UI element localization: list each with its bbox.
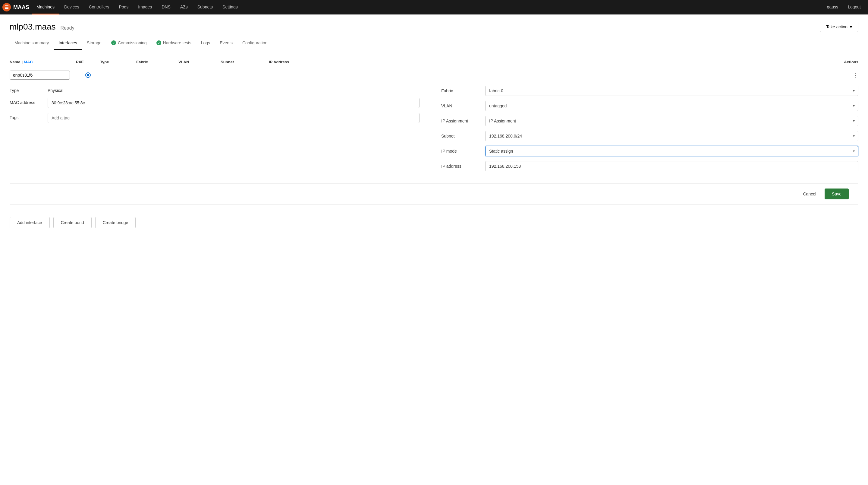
- pxe-radio-button[interactable]: [85, 73, 91, 78]
- table-header: Name | MAC PXE Type Fabric VLAN Subnet I…: [10, 57, 858, 67]
- fabric-select[interactable]: fabric-0: [485, 86, 858, 96]
- take-action-button[interactable]: Take action ▾: [820, 22, 858, 32]
- tab-hardware-tests-label: Hardware tests: [163, 40, 191, 45]
- interface-row-top: ⋮: [10, 67, 858, 83]
- interface-name-cell: [10, 70, 76, 80]
- hamburger-icon: ☰: [2, 3, 11, 11]
- type-value: Physical: [48, 86, 63, 93]
- actions-menu-icon[interactable]: ⋮: [853, 72, 858, 79]
- tab-logs[interactable]: Logs: [196, 37, 215, 50]
- commissioning-success-icon: ✓: [111, 40, 116, 45]
- tab-interfaces[interactable]: Interfaces: [54, 37, 82, 50]
- subnet-row: Subnet 192.168.200.0/24 ▾: [441, 131, 858, 141]
- fabric-row: Fabric fabric-0 ▾: [441, 86, 858, 96]
- nav-logout[interactable]: Logout: [843, 0, 866, 15]
- tags-input[interactable]: [48, 113, 420, 123]
- tab-interfaces-label: Interfaces: [59, 40, 77, 45]
- create-bridge-button[interactable]: Create bridge: [95, 217, 136, 228]
- page-title: mlp03.maas: [10, 22, 56, 32]
- tab-configuration[interactable]: Configuration: [238, 37, 272, 50]
- tab-commissioning-label: Commissioning: [118, 40, 147, 45]
- tags-row: Tags: [10, 113, 420, 123]
- subnet-select[interactable]: 192.168.200.0/24: [485, 131, 858, 141]
- fabric-select-wrapper: fabric-0 ▾: [485, 86, 858, 96]
- col-name-separator: |: [22, 60, 23, 64]
- nav-settings[interactable]: Settings: [218, 0, 243, 15]
- interface-details: Type Physical MAC address Tags Fabric: [10, 83, 858, 183]
- vlan-row: VLAN untagged ▾: [441, 101, 858, 111]
- topnav-right: gauss Logout: [822, 0, 866, 15]
- take-action-label: Take action: [826, 24, 847, 29]
- ip-mode-label: IP mode: [441, 149, 480, 153]
- nav-user[interactable]: gauss: [822, 0, 843, 15]
- nav-devices[interactable]: Devices: [59, 0, 84, 15]
- vlan-select[interactable]: untagged: [485, 101, 858, 111]
- col-header-pxe: PXE: [76, 60, 100, 64]
- nav-images[interactable]: Images: [133, 0, 157, 15]
- col-mac-link[interactable]: MAC: [24, 60, 33, 64]
- type-label: Type: [10, 86, 43, 93]
- ip-assignment-label: IP Assignment: [441, 118, 480, 123]
- hardware-tests-success-icon: ✓: [156, 40, 161, 45]
- pxe-radio-dot: [87, 74, 89, 76]
- page-tabs: Machine summary Interfaces Storage ✓ Com…: [0, 37, 868, 50]
- mac-label: MAC address: [10, 98, 43, 105]
- ip-mode-select-wrapper: Static assign ▾: [485, 146, 858, 156]
- top-navigation: ☰ MAAS Machines Devices Controllers Pods…: [0, 0, 868, 15]
- col-name-text: Name: [10, 60, 20, 64]
- ip-address-input[interactable]: [485, 161, 858, 171]
- tab-machine-summary-label: Machine summary: [14, 40, 49, 45]
- nav-controllers[interactable]: Controllers: [84, 0, 114, 15]
- tab-events[interactable]: Events: [215, 37, 238, 50]
- add-interface-button[interactable]: Add interface: [10, 217, 50, 228]
- tags-label: Tags: [10, 113, 43, 120]
- tab-storage-label: Storage: [87, 40, 101, 45]
- app-logo[interactable]: ☰ MAAS: [2, 3, 29, 11]
- col-header-subnet: Subnet: [221, 60, 269, 64]
- form-footer: Cancel Save: [10, 183, 858, 204]
- nav-pods[interactable]: Pods: [114, 0, 133, 15]
- nav-dns[interactable]: DNS: [157, 0, 176, 15]
- tab-hardware-tests[interactable]: ✓ Hardware tests: [152, 37, 196, 50]
- save-button[interactable]: Save: [825, 189, 849, 199]
- interface-name-input[interactable]: [10, 70, 70, 80]
- pxe-radio-cell: [76, 73, 100, 78]
- ip-assignment-select-wrapper: IP Assignment ▾: [485, 116, 858, 126]
- col-header-fabric: Fabric: [136, 60, 179, 64]
- table-row: ⋮ Type Physical MAC address Tags: [10, 67, 858, 204]
- ip-address-label: IP address: [441, 164, 480, 169]
- tab-machine-summary[interactable]: Machine summary: [10, 37, 54, 50]
- col-header-vlan: VLAN: [179, 60, 221, 64]
- create-bond-button[interactable]: Create bond: [53, 217, 92, 228]
- take-action-chevron-icon: ▾: [850, 24, 852, 29]
- tab-storage[interactable]: Storage: [82, 37, 106, 50]
- ip-mode-row: IP mode Static assign ▾: [441, 146, 858, 156]
- nav-azs[interactable]: AZs: [176, 0, 193, 15]
- col-header-ip-address: IP Address: [269, 60, 329, 64]
- type-row: Type Physical: [10, 86, 420, 93]
- subnet-label: Subnet: [441, 134, 480, 138]
- vlan-label: VLAN: [441, 104, 480, 108]
- mac-address-input[interactable]: [48, 98, 420, 108]
- vlan-select-wrapper: untagged ▾: [485, 101, 858, 111]
- nav-machines[interactable]: Machines: [32, 0, 59, 15]
- tab-logs-label: Logs: [201, 40, 210, 45]
- actions-menu-cell: ⋮: [329, 72, 858, 79]
- ip-mode-select[interactable]: Static assign: [485, 146, 858, 156]
- tab-events-label: Events: [220, 40, 233, 45]
- tab-commissioning[interactable]: ✓ Commissioning: [106, 37, 152, 50]
- page-header: mlp03.maas Ready Take action ▾: [0, 15, 868, 32]
- tab-configuration-label: Configuration: [242, 40, 267, 45]
- ip-assignment-select[interactable]: IP Assignment: [485, 116, 858, 126]
- page-status: Ready: [61, 25, 74, 31]
- bottom-buttons: Add interface Create bond Create bridge: [0, 212, 868, 233]
- col-header-type: Type: [100, 60, 136, 64]
- cancel-button[interactable]: Cancel: [798, 189, 821, 199]
- nav-subnets[interactable]: Subnets: [193, 0, 218, 15]
- ip-assignment-row: IP Assignment IP Assignment ▾: [441, 116, 858, 126]
- col-header-name: Name | MAC: [10, 60, 76, 64]
- fabric-label: Fabric: [441, 88, 480, 93]
- left-panel: Type Physical MAC address Tags: [10, 86, 434, 176]
- subnet-select-wrapper: 192.168.200.0/24 ▾: [485, 131, 858, 141]
- page-title-group: mlp03.maas Ready: [10, 22, 74, 32]
